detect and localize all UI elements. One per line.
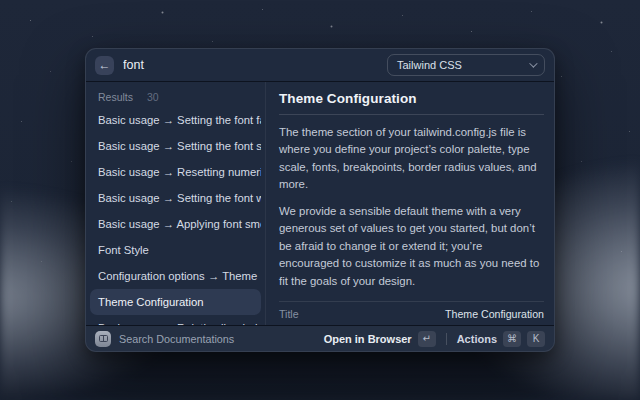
return-key-icon: ↵	[418, 331, 436, 347]
metadata-divider	[279, 301, 544, 302]
result-item-label: Basic usage → Setting the font weight	[98, 192, 261, 204]
result-item[interactable]: Configuration options → Theme	[90, 263, 261, 289]
result-item[interactable]: Basic usage → Applying font smooth...	[90, 211, 261, 237]
results-count: 30	[147, 91, 159, 103]
open-in-browser-label: Open in Browser	[324, 333, 412, 345]
meta-row-title: Title Theme Configuration	[279, 305, 544, 324]
actions-button[interactable]: Actions ⌘ K	[457, 331, 545, 347]
result-item[interactable]: Font Style	[90, 237, 261, 263]
result-item[interactable]: Basic usage → Setting the font size	[90, 133, 261, 159]
results-sidebar: Results 30 Basic usage → Setting the fon…	[86, 82, 266, 325]
result-item[interactable]: Basic usage → Relative line-heights	[90, 315, 261, 325]
meta-value: Theme Configuration	[445, 308, 544, 320]
command-key-icon: ⌘	[503, 331, 521, 347]
result-item-label: Basic usage → Setting the font size	[98, 140, 261, 152]
main-content: Results 30 Basic usage → Setting the fon…	[86, 82, 554, 325]
metadata-table: Title Theme Configuration Language en Sc…	[279, 305, 544, 325]
detail-paragraph: We provide a sensible default theme with…	[279, 203, 544, 290]
open-in-browser-button[interactable]: Open in Browser ↵	[324, 331, 436, 347]
result-item[interactable]: Basic usage → Resetting numeric fo...	[90, 159, 261, 185]
window-topbar: ← Tailwind CSS	[86, 49, 554, 82]
actions-label: Actions	[457, 333, 497, 345]
detail-paragraph: The theme section of your tailwind.confi…	[279, 124, 544, 194]
dropdown-selected-label: Tailwind CSS	[397, 59, 462, 71]
result-item[interactable]: Basic usage → Setting the font weight	[90, 185, 261, 211]
results-header: Results 30	[86, 86, 265, 107]
result-item-label: Basic usage → Applying font smooth...	[98, 218, 261, 230]
result-item-label: Basic usage → Resetting numeric fo...	[98, 166, 261, 178]
chevron-down-icon	[529, 59, 537, 67]
back-button[interactable]: ←	[95, 56, 114, 75]
result-item-label: Basic usage → Setting the font family	[98, 114, 261, 126]
results-label: Results	[98, 91, 133, 103]
back-arrow-icon: ←	[99, 58, 111, 72]
k-key-icon: K	[527, 331, 545, 347]
result-item[interactable]: Basic usage → Setting the font family	[90, 107, 261, 133]
detail-title: Theme Configuration	[279, 91, 544, 106]
documentation-source-dropdown[interactable]: Tailwind CSS	[387, 54, 545, 76]
docs-book-icon	[95, 331, 111, 347]
meta-label: Title	[279, 308, 299, 320]
wallpaper-stars	[0, 0, 1, 1]
statusbar-divider	[446, 333, 447, 345]
title-divider	[279, 114, 544, 115]
detail-panel: Theme Configuration The theme section of…	[266, 82, 554, 325]
result-item-label: Configuration options → Theme	[98, 270, 257, 282]
result-item-selected[interactable]: Theme Configuration	[90, 289, 261, 315]
search-documentations-window: ← Tailwind CSS Results 30 Basic usage → …	[85, 48, 555, 352]
result-item-label: Font Style	[98, 244, 149, 256]
result-item-label: Theme Configuration	[98, 296, 204, 308]
status-bar: Search Documentations Open in Browser ↵ …	[86, 325, 554, 351]
search-input[interactable]	[123, 58, 387, 72]
app-name: Search Documentations	[119, 333, 316, 345]
